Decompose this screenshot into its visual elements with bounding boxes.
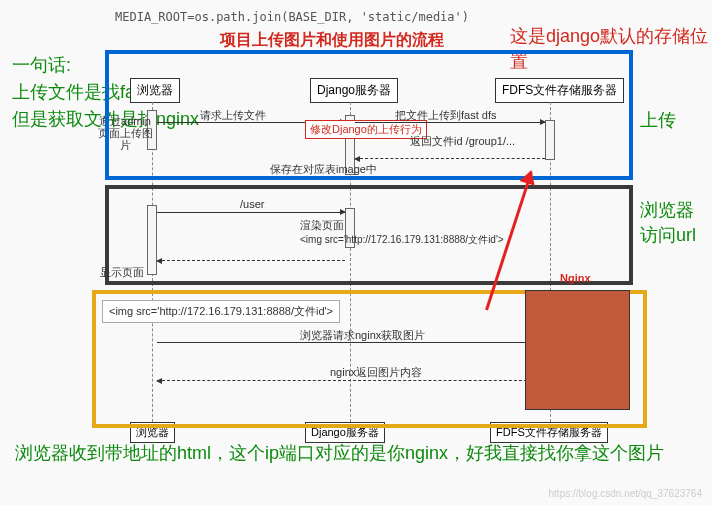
diagram-title: 项目上传图片和使用图片的流程 xyxy=(220,30,444,51)
annotation-bottom: 浏览器收到带地址的html，这个ip端口对应的是你nginx，好我直接找你拿这个… xyxy=(15,440,664,467)
highlight-box-render xyxy=(105,185,633,285)
highlight-box-upload xyxy=(105,50,633,180)
watermark: https://blog.csdn.net/qq_37623764 xyxy=(549,488,702,499)
media-root-code: MEDIA_ROOT=os.path.join(BASE_DIR, 'stati… xyxy=(115,10,469,24)
annotation-upload: 上传 xyxy=(640,108,676,132)
nginx-label: Nginx xyxy=(560,272,591,284)
img-src-sample: <img src='http://172.16.179.131:8888/文件i… xyxy=(102,300,340,323)
annotation-browser-visit: 浏览器访问url xyxy=(640,198,700,248)
nginx-server-box xyxy=(525,290,630,410)
